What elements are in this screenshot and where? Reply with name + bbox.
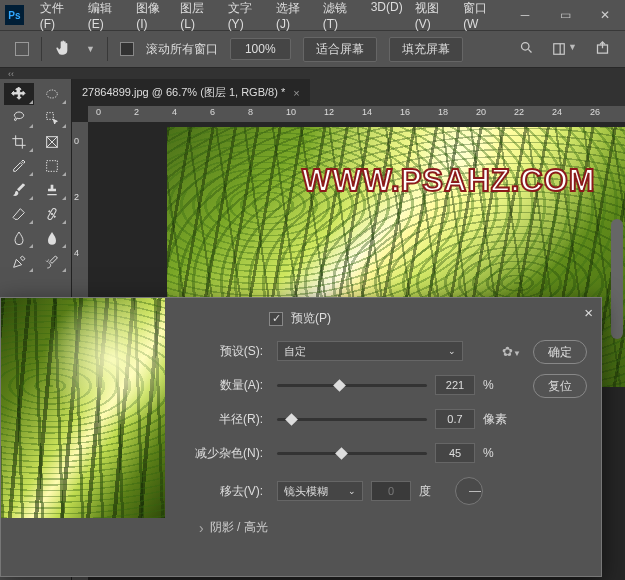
noise-unit: %: [483, 446, 511, 460]
dialog-preview[interactable]: [1, 298, 165, 518]
amount-unit: %: [483, 378, 511, 392]
tab-title: 27864899.jpg @ 66.7% (图层 1, RGB/8) *: [82, 85, 285, 100]
settings-icon[interactable]: ✿▼: [502, 344, 521, 359]
svg-rect-2: [554, 44, 565, 55]
svg-point-5: [46, 90, 57, 98]
stamp-tool[interactable]: [37, 179, 67, 201]
pen-tool[interactable]: [4, 251, 34, 273]
zoom-level[interactable]: 100%: [230, 38, 291, 60]
ruler-tick: 0: [96, 107, 101, 117]
lasso-tool[interactable]: [4, 107, 34, 129]
ruler-tick: 8: [248, 107, 253, 117]
menu-edit[interactable]: 编辑(E): [82, 0, 130, 35]
quick-select-tool[interactable]: [37, 107, 67, 129]
svg-point-13: [51, 213, 52, 214]
eyedropper-tool[interactable]: [4, 155, 34, 177]
radius-slider[interactable]: [277, 418, 427, 421]
ruler-tick: 6: [210, 107, 215, 117]
fit-screen-button[interactable]: 适合屏幕: [303, 37, 377, 62]
healing-tool[interactable]: [37, 203, 67, 225]
fill-screen-button[interactable]: 填充屏幕: [389, 37, 463, 62]
noise-label: 减少杂色(N):: [183, 445, 269, 462]
move-tool[interactable]: [4, 83, 34, 105]
shadows-highlights-expander[interactable]: 阴影 / 高光: [199, 519, 583, 536]
document-tab[interactable]: 27864899.jpg @ 66.7% (图层 1, RGB/8) * ×: [72, 79, 310, 106]
ruler-tick: 18: [438, 107, 448, 117]
svg-rect-6: [46, 113, 53, 120]
share-icon[interactable]: [595, 40, 610, 58]
vertical-scrollbar[interactable]: [611, 219, 623, 339]
amount-label: 数量(A):: [183, 377, 269, 394]
menu-3d[interactable]: 3D(D): [365, 0, 409, 35]
watermark-text: WWW.PSAHZ.COM: [302, 163, 596, 199]
hand-tool-icon[interactable]: [54, 38, 74, 61]
smart-sharpen-dialog: × ✓ 预览(P) ✿▼ 确定 复位 预设(S): 自定⌄ 数量(A): 221…: [0, 297, 602, 577]
titlebar: Ps 文件(F) 编辑(E) 图像(I) 图层(L) 文字(Y) 选择(J) 滤…: [0, 0, 625, 30]
ruler-tick: 4: [172, 107, 177, 117]
angle-dial[interactable]: [455, 477, 483, 505]
marquee-rect-tool[interactable]: [37, 155, 67, 177]
brush-tool[interactable]: [4, 179, 34, 201]
menu-window[interactable]: 窗口(W: [457, 0, 505, 35]
noise-input[interactable]: 45: [435, 443, 475, 463]
scroll-all-checkbox[interactable]: [120, 42, 134, 56]
angle-input: 0: [371, 481, 411, 501]
svg-point-0: [522, 43, 530, 51]
svg-point-12: [48, 211, 49, 212]
amount-input[interactable]: 221: [435, 375, 475, 395]
workspace-icon[interactable]: ▼: [552, 42, 577, 56]
options-bar: ▼ 滚动所有窗口 100% 适合屏幕 填充屏幕 ▼: [0, 30, 625, 68]
eraser-tool[interactable]: [4, 203, 34, 225]
menubar: 文件(F) 编辑(E) 图像(I) 图层(L) 文字(Y) 选择(J) 滤镜(T…: [34, 0, 505, 35]
remove-select[interactable]: 镜头模糊⌄: [277, 481, 363, 501]
ruler-tick: 20: [476, 107, 486, 117]
ruler-tick: 2: [74, 192, 79, 202]
collapse-handle[interactable]: ‹‹: [0, 68, 625, 79]
gradient-tool[interactable]: [4, 227, 34, 249]
noise-slider[interactable]: [277, 452, 427, 455]
divider: [107, 37, 108, 61]
maximize-button[interactable]: ▭: [545, 3, 585, 28]
menu-layer[interactable]: 图层(L): [174, 0, 221, 35]
ruler-tick: 26: [590, 107, 600, 117]
menu-select[interactable]: 选择(J): [270, 0, 317, 35]
preset-select[interactable]: 自定⌄: [277, 341, 463, 361]
ruler-tick: 14: [362, 107, 372, 117]
window-controls: ─ ▭ ✕: [505, 3, 625, 28]
ruler-horizontal[interactable]: 02468101214161820222426: [88, 106, 625, 122]
menu-file[interactable]: 文件(F): [34, 0, 82, 35]
menu-filter[interactable]: 滤镜(T): [317, 0, 365, 35]
scroll-all-label: 滚动所有窗口: [146, 41, 218, 58]
svg-rect-10: [46, 161, 57, 172]
menu-view[interactable]: 视图(V): [409, 0, 457, 35]
menu-image[interactable]: 图像(I): [130, 0, 174, 35]
radius-input[interactable]: 0.7: [435, 409, 475, 429]
svg-line-1: [528, 49, 531, 52]
ruler-tick: 4: [74, 248, 79, 258]
amount-slider[interactable]: [277, 384, 427, 387]
remove-label: 移去(V):: [183, 483, 269, 500]
minimize-button[interactable]: ─: [505, 3, 545, 28]
tool-preset-dropdown[interactable]: ▼: [86, 44, 95, 54]
reset-button[interactable]: 复位: [533, 374, 587, 398]
ruler-tick: 10: [286, 107, 296, 117]
preset-label: 预设(S):: [183, 343, 269, 360]
ok-button[interactable]: 确定: [533, 340, 587, 364]
close-button[interactable]: ✕: [585, 3, 625, 28]
home-icon[interactable]: [15, 42, 29, 56]
app-logo: Ps: [5, 5, 24, 25]
preview-checkbox[interactable]: ✓: [269, 312, 283, 326]
tab-close-icon[interactable]: ×: [293, 87, 299, 99]
crop-tool[interactable]: [4, 131, 34, 153]
ruler-tick: 2: [134, 107, 139, 117]
frame-tool[interactable]: [37, 131, 67, 153]
ruler-tick: 24: [552, 107, 562, 117]
marquee-tool[interactable]: [37, 83, 67, 105]
search-icon[interactable]: [519, 40, 534, 58]
ruler-tick: 12: [324, 107, 334, 117]
history-brush-tool[interactable]: [37, 251, 67, 273]
divider: [41, 37, 42, 61]
blur-tool[interactable]: [37, 227, 67, 249]
menu-type[interactable]: 文字(Y): [222, 0, 270, 35]
radius-label: 半径(R):: [183, 411, 269, 428]
